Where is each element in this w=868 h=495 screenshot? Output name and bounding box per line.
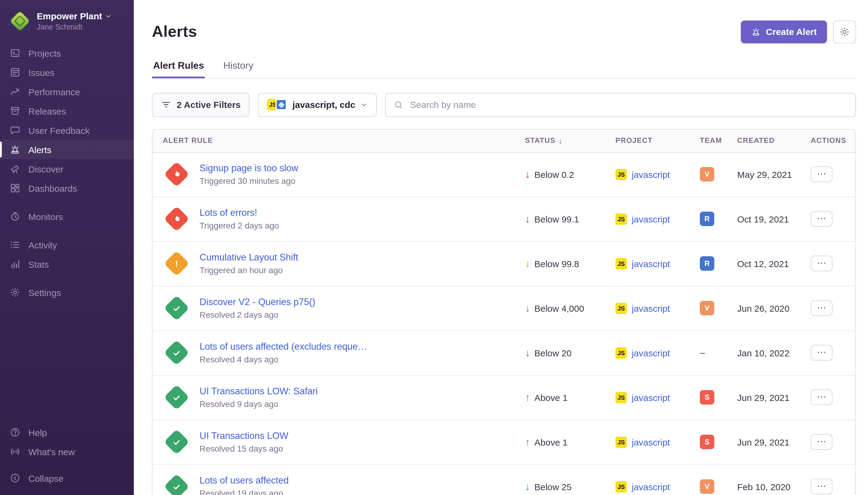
search-input[interactable] <box>409 99 848 110</box>
project-link[interactable]: javascript <box>632 393 670 403</box>
alerts-table: ALERT RULESTATUS↓PROJECTTEAMCREATEDACTIO… <box>152 129 856 495</box>
status-label: Below 20 <box>534 348 571 358</box>
column-header-rule[interactable]: ALERT RULE <box>153 137 525 145</box>
table-row: UI Transactions LOW: SafariResolved 9 da… <box>153 376 855 420</box>
sidebar-item-discover[interactable]: Discover <box>0 159 134 178</box>
status-cell: ↓Below 25 <box>525 482 615 492</box>
status-down-arrow-icon: ↓ <box>525 303 530 313</box>
row-actions-button[interactable]: ⋯ <box>811 256 832 272</box>
row-actions-button[interactable]: ⋯ <box>811 345 832 361</box>
sidebar-item-projects[interactable]: Projects <box>0 44 134 63</box>
broadcast-icon <box>10 446 20 457</box>
created-cell: Feb 10, 2020 <box>737 482 811 492</box>
sidebar-item-label: User Feedback <box>28 125 89 135</box>
project-link[interactable]: javascript <box>632 437 670 447</box>
table-row: Signup page is too slowTriggered 30 minu… <box>153 153 855 197</box>
create-alert-label: Create Alert <box>766 27 817 37</box>
critical-icon <box>164 161 190 187</box>
alert-rule-cell: Lots of users affectedResolved 19 days a… <box>153 475 525 495</box>
status-down-arrow-icon: ↓ <box>525 169 530 180</box>
resolved-icon <box>164 295 190 321</box>
sidebar-item-releases[interactable]: Releases <box>0 101 134 121</box>
sidebar-item-performance[interactable]: Performance <box>0 82 134 101</box>
row-actions-button[interactable]: ⋯ <box>811 479 832 495</box>
created-cell: May 29, 2021 <box>737 169 811 180</box>
sidebar-item-stats[interactable]: Stats <box>0 254 134 274</box>
column-header-project[interactable]: PROJECT <box>615 137 700 145</box>
status-down-arrow-icon: ↓ <box>525 348 530 358</box>
project-link[interactable]: javascript <box>632 214 670 224</box>
cdc-project-icon <box>276 99 287 110</box>
alert-rule-text: Lots of users affectedResolved 19 days a… <box>199 475 289 495</box>
alert-rule-link[interactable]: Lots of errors! <box>199 208 279 219</box>
column-header-label: ACTIONS <box>811 137 846 145</box>
nav-group: Settings <box>0 283 134 302</box>
active-filters-button[interactable]: 2 Active Filters <box>152 93 249 117</box>
alert-rule-link[interactable]: Discover V2 - Queries p75() <box>199 297 315 308</box>
sidebar-item-issues[interactable]: Issues <box>0 63 134 82</box>
help-icon <box>10 427 20 438</box>
alert-rule-cell: UI Transactions LOW: SafariResolved 9 da… <box>153 386 525 409</box>
resolved-icon <box>164 474 190 495</box>
tab-alert-rules[interactable]: Alert Rules <box>152 59 205 78</box>
project-cell: JSjavascript <box>615 437 700 448</box>
sidebar-item-user-feedback[interactable]: User Feedback <box>0 121 134 140</box>
sidebar-item-settings[interactable]: Settings <box>0 283 134 302</box>
alert-rule-text: UI Transactions LOWResolved 15 days ago <box>199 431 289 454</box>
status-label: Below 25 <box>534 482 571 492</box>
table-body: Signup page is too slowTriggered 30 minu… <box>153 153 855 495</box>
project-cell: JSjavascript <box>615 303 700 314</box>
sidebar-item-label: What's new <box>28 446 75 457</box>
alert-rule-subtitle: Resolved 4 days ago <box>199 355 367 364</box>
project-selector[interactable]: JS javascript, cdc <box>258 93 377 117</box>
sidebar-item-label: Alerts <box>28 144 52 155</box>
alert-rule-link[interactable]: Lots of users affected (excludes reque… <box>199 342 367 353</box>
status-up-arrow-icon: ↑ <box>525 393 530 403</box>
alert-rule-cell: Signup page is too slowTriggered 30 minu… <box>153 163 525 186</box>
alert-rule-link[interactable]: Cumulative Layout Shift <box>199 252 298 263</box>
row-actions-button[interactable]: ⋯ <box>811 434 832 450</box>
sidebar-item-alerts[interactable]: Alerts <box>0 140 134 159</box>
filter-icon <box>161 100 171 110</box>
project-link[interactable]: javascript <box>632 482 670 492</box>
sidebar-item-dashboards[interactable]: Dashboards <box>0 178 134 198</box>
tab-history[interactable]: History <box>222 59 255 78</box>
create-alert-button[interactable]: Create Alert <box>741 20 827 44</box>
nav-group: ActivityStats <box>0 235 134 274</box>
row-actions-button[interactable]: ⋯ <box>811 390 832 406</box>
header-actions: Create Alert <box>741 20 856 44</box>
sidebar-item-activity[interactable]: Activity <box>0 235 134 254</box>
alert-rule-cell: Discover V2 - Queries p75()Resolved 2 da… <box>153 297 525 320</box>
project-link[interactable]: javascript <box>632 259 670 269</box>
sidebar-item-label: Activity <box>28 240 57 250</box>
alert-rule-text: Lots of errors!Triggered 2 days ago <box>199 208 279 231</box>
sidebar-item-collapse[interactable]: Collapse <box>0 468 134 488</box>
row-actions-button[interactable]: ⋯ <box>811 167 832 182</box>
column-header-team[interactable]: TEAM <box>700 137 737 145</box>
resolved-icon <box>164 429 190 455</box>
sidebar-item-monitors[interactable]: Monitors <box>0 207 134 226</box>
status-cell: ↓Below 99.1 <box>525 214 615 224</box>
nav-group: Monitors <box>0 207 134 226</box>
column-header-actions[interactable]: ACTIONS <box>811 137 855 145</box>
alert-rule-subtitle: Triggered 2 days ago <box>199 221 279 231</box>
sidebar-item-help[interactable]: Help <box>0 423 134 442</box>
row-actions-button[interactable]: ⋯ <box>811 301 832 316</box>
actions-cell: ⋯ <box>811 211 855 227</box>
row-actions-button[interactable]: ⋯ <box>811 211 832 227</box>
alert-rule-link[interactable]: Lots of users affected <box>199 475 289 486</box>
column-header-status[interactable]: STATUS↓ <box>525 136 615 145</box>
alert-rule-link[interactable]: Signup page is too slow <box>199 163 298 174</box>
org-switcher[interactable]: Empower Plant Jane Schmidt <box>0 8 134 37</box>
project-link[interactable]: javascript <box>632 348 670 358</box>
project-link[interactable]: javascript <box>632 303 670 313</box>
sidebar-item-what-s-new[interactable]: What's new <box>0 442 134 461</box>
status-label: Above 1 <box>534 437 568 447</box>
main-content: Alerts Create Alert Alert Rules History … <box>134 0 868 495</box>
settings-gear-button[interactable] <box>833 20 856 44</box>
project-link[interactable]: javascript <box>632 169 670 180</box>
alert-rule-link[interactable]: UI Transactions LOW <box>199 431 289 442</box>
alert-rule-link[interactable]: UI Transactions LOW: Safari <box>199 386 318 397</box>
column-header-created[interactable]: CREATED <box>737 137 811 145</box>
tabs: Alert Rules History <box>152 59 856 79</box>
